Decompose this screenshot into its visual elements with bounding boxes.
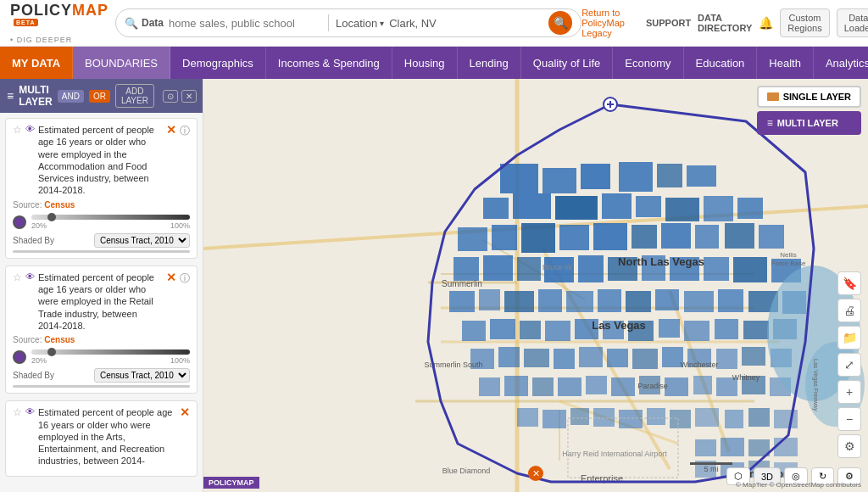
layer-close-button[interactable]: ✕ bbox=[166, 124, 176, 136]
data-loader-button[interactable]: Data Loader bbox=[837, 8, 868, 37]
svg-rect-102 bbox=[670, 410, 691, 428]
map-area[interactable]: Harry Reid International Airport North L… bbox=[203, 79, 868, 492]
slider-thumb[interactable] bbox=[47, 213, 56, 221]
layer-close-button[interactable]: ✕ bbox=[166, 271, 176, 283]
single-layer-button[interactable]: SINGLE LAYER bbox=[757, 86, 861, 108]
bookmark-button[interactable]: 🔖 bbox=[837, 271, 861, 295]
data-label: Data bbox=[142, 17, 164, 29]
svg-rect-105 bbox=[748, 408, 770, 427]
logo-policy: POLICY bbox=[10, 2, 72, 19]
layer-card-header: ☆ 👁 Estimated percent of people age 16 y… bbox=[13, 406, 190, 467]
settings-button[interactable]: ⚙ bbox=[837, 434, 861, 458]
support-link[interactable]: SUPPORT bbox=[646, 18, 691, 28]
zoom-out-button[interactable]: − bbox=[837, 407, 861, 431]
sidebar-item-education[interactable]: Education bbox=[684, 47, 758, 79]
shaded-by-select[interactable]: Census Tract, 2010 bbox=[94, 368, 190, 383]
eye-icon[interactable]: 👁 bbox=[25, 124, 35, 134]
sidebar-item-analytics[interactable]: Analytics bbox=[814, 47, 868, 79]
svg-rect-76 bbox=[579, 347, 603, 367]
shaded-by-label: Shaded By bbox=[13, 236, 54, 245]
svg-rect-20 bbox=[513, 193, 551, 219]
slider-track[interactable] bbox=[31, 215, 190, 220]
location-dropdown[interactable]: Location ▾ bbox=[336, 17, 384, 30]
folder-button[interactable]: 📁 bbox=[837, 326, 861, 349]
sidebar-item-economy[interactable]: Economy bbox=[613, 47, 683, 79]
sidebar-item-lending[interactable]: Lending bbox=[458, 47, 521, 79]
svg-rect-19 bbox=[483, 198, 509, 219]
svg-rect-25 bbox=[704, 196, 733, 221]
search-go-button[interactable]: 🔍 bbox=[548, 11, 572, 35]
logo-map: MAP bbox=[72, 2, 108, 19]
svg-rect-78 bbox=[632, 349, 658, 369]
or-button[interactable]: OR bbox=[89, 90, 110, 103]
layer-title: Estimated percent of people age 16 years… bbox=[38, 406, 176, 467]
layers-icon: ≡ bbox=[7, 89, 14, 103]
sidebar-item-demographics[interactable]: Demographics bbox=[170, 47, 266, 79]
slider-thumb[interactable] bbox=[47, 348, 56, 356]
panel-collapse-button[interactable]: ⊙ bbox=[163, 90, 178, 103]
sidebar-item-housing[interactable]: Housing bbox=[392, 47, 458, 79]
zoom-in-button[interactable]: + bbox=[837, 380, 861, 404]
eye-icon[interactable]: 👁 bbox=[25, 271, 35, 282]
add-layer-button[interactable]: ADD LAYER bbox=[115, 84, 154, 108]
svg-rect-52 bbox=[566, 291, 593, 312]
eye-icon[interactable]: 👁 bbox=[25, 406, 35, 417]
layer-close-button[interactable]: ✕ bbox=[180, 406, 190, 418]
layer-title: Estimated percent of people age 16 years… bbox=[38, 271, 163, 332]
svg-text:✕: ✕ bbox=[532, 468, 540, 478]
svg-rect-48 bbox=[449, 291, 475, 312]
svg-rect-68 bbox=[684, 321, 709, 341]
svg-rect-107 bbox=[695, 439, 716, 456]
star-icon[interactable]: ☆ bbox=[13, 124, 22, 136]
location-input[interactable] bbox=[389, 17, 542, 30]
svg-rect-103 bbox=[695, 408, 719, 427]
return-link[interactable]: Return to PolicyMap Legacy bbox=[581, 8, 634, 38]
scale-label: 5 mi bbox=[704, 465, 718, 473]
svg-rect-51 bbox=[538, 289, 562, 312]
layer-info-icon[interactable]: ⓘ bbox=[180, 271, 190, 286]
sidebar-item-health[interactable]: Health bbox=[757, 47, 814, 79]
svg-rect-84 bbox=[479, 377, 500, 396]
multi-layer-icon: ≡ bbox=[767, 117, 773, 129]
svg-rect-29 bbox=[521, 223, 555, 253]
and-button[interactable]: AND bbox=[58, 90, 84, 103]
svg-rect-32 bbox=[632, 225, 657, 249]
main: ≡ MULTI LAYER AND OR ADD LAYER ⊙ ✕ ☆ 👁 E… bbox=[0, 79, 868, 492]
slider-track[interactable] bbox=[31, 349, 190, 355]
svg-rect-57 bbox=[718, 289, 743, 312]
data-directory-link[interactable]: DATA DIRECTORY bbox=[698, 13, 752, 33]
svg-rect-60 bbox=[462, 321, 486, 341]
svg-rect-87 bbox=[558, 377, 581, 396]
svg-text:Blue Diamond: Blue Diamond bbox=[442, 467, 491, 475]
svg-rect-31 bbox=[593, 223, 627, 250]
custom-regions-button[interactable]: Custom Regions bbox=[780, 8, 829, 37]
sidebar-item-incomes-spending[interactable]: Incomes & Spending bbox=[266, 47, 392, 79]
sidebar-item-boundaries[interactable]: BOUNDARIES bbox=[73, 47, 170, 79]
layer-card: ☆ 👁 Estimated percent of people age 16 y… bbox=[5, 266, 198, 394]
sidebar-item-my-data[interactable]: MY DATA bbox=[0, 47, 73, 79]
attribution: © MapTier © OpenStreetMap contributors bbox=[736, 481, 861, 489]
svg-rect-17 bbox=[657, 164, 682, 187]
svg-rect-56 bbox=[684, 291, 714, 312]
svg-text:Whitney: Whitney bbox=[732, 373, 760, 382]
bell-icon[interactable]: 🔔 bbox=[759, 16, 773, 30]
panel-header: ≡ MULTI LAYER AND OR ADD LAYER ⊙ ✕ bbox=[0, 79, 203, 113]
shaded-by: Shaded By Census Tract, 2010 bbox=[13, 368, 190, 383]
svg-text:Summerlin: Summerlin bbox=[442, 279, 482, 288]
shaded-by-select[interactable]: Census Tract, 2010 bbox=[94, 233, 190, 248]
star-icon[interactable]: ☆ bbox=[13, 406, 22, 418]
svg-text:Harry Reid International Airpo: Harry Reid International Airport bbox=[562, 450, 667, 458]
panel-title: MULTI LAYER bbox=[19, 84, 53, 108]
sidebar-item-quality-of-life[interactable]: Quality of Life bbox=[521, 47, 614, 79]
search-input[interactable] bbox=[169, 17, 321, 30]
slider-min: 20% bbox=[31, 356, 47, 365]
print-button[interactable]: 🖨 bbox=[837, 299, 861, 322]
star-icon[interactable]: ☆ bbox=[13, 271, 22, 283]
share-button[interactable]: ⤢ bbox=[837, 353, 861, 377]
header: POLICYMAP BETA • DIG DEEPER 🔍 Data Locat… bbox=[0, 0, 868, 47]
color-dot bbox=[13, 215, 26, 229]
scale-bar: 5 mi bbox=[690, 462, 732, 473]
panel-close-button[interactable]: ✕ bbox=[181, 90, 197, 103]
multi-layer-button[interactable]: ≡ MULTI LAYER bbox=[757, 111, 861, 135]
layer-info-icon[interactable]: ⓘ bbox=[180, 124, 190, 138]
